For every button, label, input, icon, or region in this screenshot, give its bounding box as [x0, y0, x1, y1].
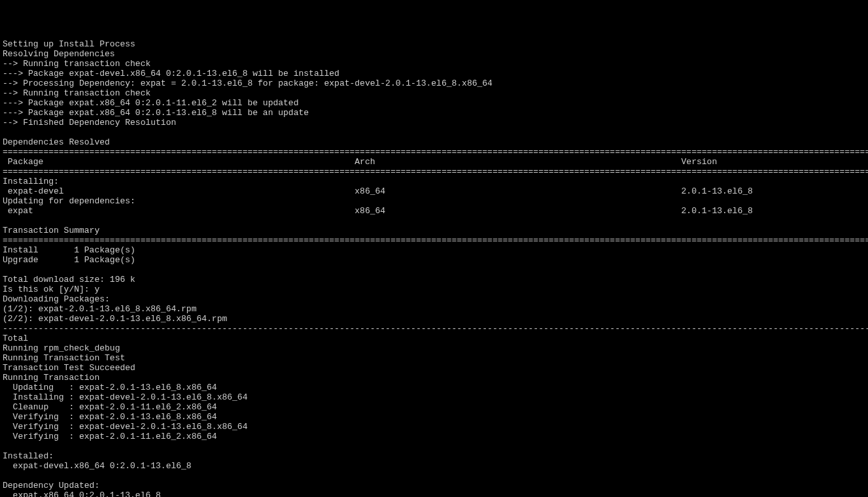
blank-line: [3, 216, 868, 226]
terminal-output[interactable]: Setting up Install Process Resolving Dep…: [0, 39, 868, 497]
table-row: expat-devel x86_64 2.0.1-13.el6_8: [3, 186, 868, 196]
yum-preamble: Setting up Install Process Resolving Dep…: [3, 39, 868, 147]
table-section-installing: Installing:: [3, 177, 868, 186]
dash-separator: ----------------------------------------…: [3, 324, 868, 334]
table-header-row: Package Arch Version: [3, 157, 868, 167]
table-border-bottom: ========================================…: [3, 235, 868, 245]
transaction-summary-title: Transaction Summary: [3, 226, 868, 235]
summary-block: Install 1 Package(s) Upgrade 1 Package(s…: [3, 245, 868, 324]
post-transaction-block: Total Running rpm_check_debug Running Tr…: [3, 334, 868, 497]
table-border-top: ========================================…: [3, 147, 868, 157]
table-border-mid: ========================================…: [3, 167, 868, 177]
table-row: expat x86_64 2.0.1-13.el6_8: [3, 206, 868, 216]
table-section-updating: Updating for dependencies:: [3, 196, 868, 206]
